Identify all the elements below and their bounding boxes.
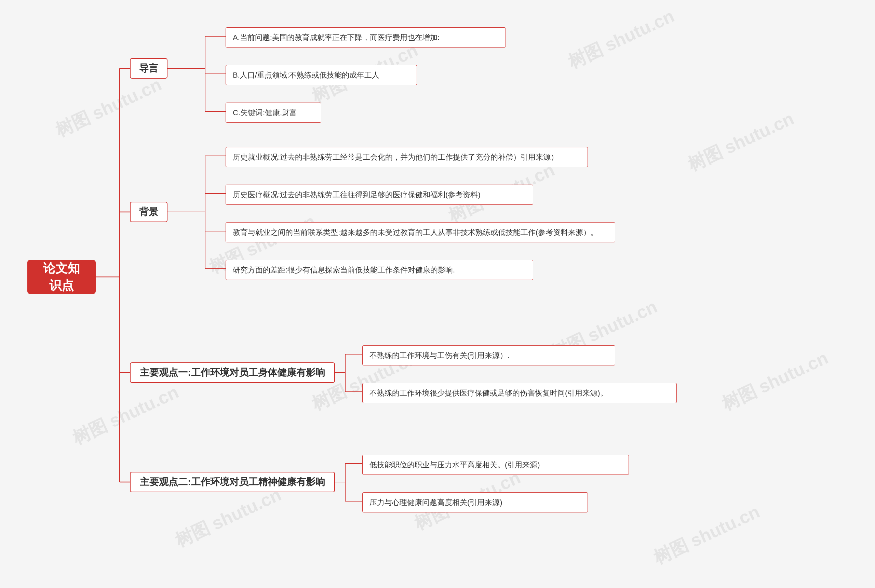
watermark-7: 树图 shutu.cn bbox=[69, 380, 183, 450]
l2-main2-1: 低技能职位的职业与压力水平高度相关。(引用来源) bbox=[362, 454, 629, 475]
l1-bg: 背景 bbox=[130, 202, 168, 222]
l2-main1-2: 不熟练的工作环境很少提供医疗保健或足够的伤害恢复时间(引用来源)。 bbox=[362, 383, 677, 403]
watermark-1: 树图 shutu.cn bbox=[52, 72, 165, 142]
l2-intro-a-label: A.当前问题:美国的教育成就率正在下降，而医疗费用也在增加: bbox=[233, 33, 439, 42]
l2-bg-3-label: 教育与就业之间的当前联系类型:越来越多的未受过教育的工人从事非技术熟练或低技能工… bbox=[233, 228, 598, 237]
l2-bg-3: 教育与就业之间的当前联系类型:越来越多的未受过教育的工人从事非技术熟练或低技能工… bbox=[226, 222, 615, 242]
l2-main1-2-label: 不熟练的工作环境很少提供医疗保健或足够的伤害恢复时间(引用来源)。 bbox=[370, 389, 608, 397]
root-node: 论文知识点 bbox=[27, 260, 96, 294]
l2-intro-a: A.当前问题:美国的教育成就率正在下降，而医疗费用也在增加: bbox=[226, 27, 506, 48]
l1-main1-label: 主要观点一:工作环境对员工身体健康有影响 bbox=[140, 366, 325, 379]
l2-intro-b-label: B.人口/重点领域:不熟练或低技能的成年工人 bbox=[233, 71, 379, 79]
l2-main1-1-label: 不熟练的工作环境与工伤有关(引用来源）. bbox=[370, 351, 509, 360]
mind-map: 树图 shutu.cn 树图 shutu.cn 树图 shutu.cn 树图 s… bbox=[0, 0, 875, 588]
l1-main1: 主要观点一:工作环境对员工身体健康有影响 bbox=[130, 362, 335, 383]
l1-intro: 导言 bbox=[130, 58, 168, 79]
l2-bg-4-label: 研究方面的差距:很少有信息探索当前低技能工作条件对健康的影响. bbox=[233, 266, 455, 274]
watermark-11: 树图 shutu.cn bbox=[171, 483, 285, 553]
l2-bg-1: 历史就业概况:过去的非熟练劳工经常是工会化的，并为他们的工作提供了充分的补偿）引… bbox=[226, 147, 588, 167]
l2-intro-c: C.失键词:健康,财富 bbox=[226, 102, 321, 123]
l1-intro-label: 导言 bbox=[139, 62, 158, 75]
watermark-13: 树图 shutu.cn bbox=[650, 500, 764, 570]
root-label: 论文知识点 bbox=[40, 260, 83, 294]
l2-bg-4: 研究方面的差距:很少有信息探索当前低技能工作条件对健康的影响. bbox=[226, 260, 533, 280]
l2-bg-2-label: 历史医疗概况:过去的非熟练劳工往往得到足够的医疗保健和福利(参考资料) bbox=[233, 190, 481, 199]
watermark-10: 树图 shutu.cn bbox=[718, 346, 832, 416]
l2-main1-1: 不熟练的工作环境与工伤有关(引用来源）. bbox=[362, 345, 615, 366]
l1-bg-label: 背景 bbox=[139, 206, 158, 219]
watermark-6: 树图 shutu.cn bbox=[684, 106, 798, 177]
l2-intro-c-label: C.失键词:健康,财富 bbox=[233, 108, 297, 117]
l1-main2-label: 主要观点二:工作环境对员工精神健康有影响 bbox=[140, 476, 325, 489]
l2-main2-2: 压力与心理健康问题高度相关(引用来源) bbox=[362, 492, 588, 513]
l2-main2-1-label: 低技能职位的职业与压力水平高度相关。(引用来源) bbox=[370, 460, 540, 469]
watermark-3: 树图 shutu.cn bbox=[564, 4, 678, 74]
l1-main2: 主要观点二:工作环境对员工精神健康有影响 bbox=[130, 472, 335, 492]
l2-bg-1-label: 历史就业概况:过去的非熟练劳工经常是工会化的，并为他们的工作提供了充分的补偿）引… bbox=[233, 153, 558, 161]
l2-intro-b: B.人口/重点领域:不熟练或低技能的成年工人 bbox=[226, 65, 417, 85]
l2-bg-2: 历史医疗概况:过去的非熟练劳工往往得到足够的医疗保健和福利(参考资料) bbox=[226, 184, 533, 205]
l2-main2-2-label: 压力与心理健康问题高度相关(引用来源) bbox=[370, 498, 502, 507]
